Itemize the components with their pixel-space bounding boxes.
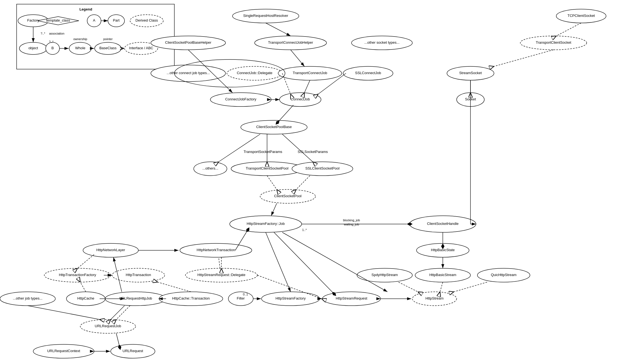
conn-38	[116, 306, 130, 319]
http-stream-factory-job-label: HttpStreamFactory::Job	[247, 222, 284, 226]
ssl-socket-params-label: SSLSocketParams	[298, 150, 328, 154]
conn-39	[111, 306, 125, 319]
conn-23	[454, 282, 487, 292]
http-network-transaction-label: HttpNetworkTransaction	[197, 248, 235, 252]
transport-socket-params-label: TransportSocketParams	[244, 150, 282, 154]
conn-40	[116, 333, 119, 344]
conn-2	[556, 23, 581, 36]
client-socket-handle-label: ClientSocketHandle	[427, 222, 459, 226]
conn-14	[219, 134, 260, 162]
conn-8	[304, 80, 310, 93]
conn-22	[399, 282, 418, 292]
http-stream-factory-label: HttpStreamFactory	[275, 296, 306, 300]
ssl-connect-job-label: SSLConnectJob	[355, 71, 381, 75]
legend-mult2: ?..*	[49, 40, 54, 43]
others-label: ...others...	[202, 166, 218, 170]
quic-http-stream-label: QuicHttpStream	[491, 273, 516, 277]
client-socket-pool-label: ClientSocketPool	[274, 194, 302, 198]
legend-interface-label: Interface / ABC	[129, 46, 153, 50]
conn-21	[440, 282, 443, 292]
http-transaction-label: HttpTransaction	[126, 273, 151, 277]
legend-title: Legend	[79, 7, 92, 11]
conn-hnt-hsrd	[219, 257, 220, 268]
conn-hnl-htf	[77, 254, 94, 268]
client-socket-pool-base-helper-label: ClientSocketPoolBaseHelper	[165, 40, 212, 45]
url-request-http-job-label: URLRequestHttpJob	[119, 296, 152, 300]
stream-socket-label: StreamSocket	[459, 71, 482, 75]
mult-1star-label: 1..*	[302, 228, 307, 232]
url-request-job-label: URLRequestJob	[95, 324, 121, 328]
legend-BaseClass-label: BaseClass	[99, 46, 117, 50]
conn-1	[266, 23, 291, 36]
conn-17	[271, 203, 277, 216]
legend-pointer-label: pointer	[103, 37, 113, 41]
transport-client-socket-pool-label: TransportClientSocketPool	[246, 166, 288, 170]
http-stream-label: HttpStream	[425, 296, 444, 300]
conn-16	[296, 176, 310, 189]
spdy-http-stream-label: SpdyHttpStream	[371, 273, 398, 277]
conn-28	[80, 282, 86, 292]
http-stream-request-label: HttpStreamRequest	[336, 296, 368, 300]
other-job-types-label: ...other job types...	[13, 296, 43, 300]
http-basic-state-label: HttpBasicState	[431, 248, 455, 252]
legend-factory-label: Factory	[27, 18, 39, 22]
ssl-client-socket-pool-label: SSLClientSocketPool	[305, 166, 340, 170]
conn-3	[291, 50, 304, 66]
transport-connect-job-label: TransportConnectJob	[293, 71, 327, 75]
conn-4	[494, 50, 553, 66]
legend-Part-label: Part	[113, 18, 120, 22]
url-request-context-label: URLRequestContext	[47, 349, 80, 353]
legend-box	[17, 4, 174, 69]
conn-15	[267, 176, 277, 189]
conn-13	[282, 134, 313, 162]
filter-label: Filter	[237, 296, 245, 300]
legend-B-label: B	[51, 46, 54, 50]
legend-object-label: object	[29, 46, 38, 50]
uml-diagram: Legend Factory object template_class A P…	[0, 0, 626, 364]
blocking-job-label: blocking_job	[343, 219, 360, 222]
legend-A-label: A	[93, 18, 95, 22]
conn-35	[266, 232, 291, 292]
conn-otherjob-urj	[28, 306, 100, 319]
conn-36	[274, 232, 332, 292]
legend-assoc-label: association	[49, 32, 64, 35]
conn-31	[158, 282, 191, 292]
url-request-label: URLRequest	[123, 349, 143, 353]
waiting-job-label: waiting_job	[343, 223, 359, 226]
legend-Whole-label: Whole	[75, 46, 86, 50]
legend-ownership-label: ownership	[73, 37, 87, 41]
filter-mult-label: 0..1	[243, 293, 248, 296]
transport-connect-job-helper-label: TransportConnectJobHelper	[268, 40, 313, 45]
transport-client-socket-label: TransportClientSocket	[536, 40, 571, 45]
http-transaction-factory-label: HttpTransactionFactory	[59, 273, 96, 277]
tcp-client-socket-label: TCPClientSocket	[568, 14, 595, 18]
single-request-host-resolver-label: SingleRequestHostResolver	[243, 14, 288, 18]
http-cache-label: HttpCache	[77, 296, 94, 300]
http-cache-transaction-label: HttpCache::Transaction	[172, 296, 210, 300]
conn-11	[280, 105, 293, 120]
http-network-layer-label: HttpNetworkLayer	[96, 248, 125, 252]
conn-37	[282, 232, 387, 292]
other-socket-types-label: ...other socket types...	[364, 40, 399, 45]
legend-derived-label: Derived Class	[136, 18, 158, 22]
connect-job-delegate-label: ConnectJob::Delegate	[237, 71, 273, 75]
legend-mult1: ?..*	[41, 32, 45, 35]
http-stream-request-delegate-label: HttpStreamRequest::Delegate	[197, 273, 245, 277]
client-socket-pool-base-label: ClientSocketPoolBase	[256, 125, 292, 129]
connect-job-factory-label: ConnectJobFactory	[225, 97, 257, 101]
http-basic-stream-label: HttpBasicStream	[429, 273, 456, 277]
connect-job-label: ConnectJob	[291, 97, 310, 101]
legend-template-label: template_class	[46, 18, 70, 22]
other-connect-job-types-label: ...other connect job types...	[167, 71, 210, 75]
